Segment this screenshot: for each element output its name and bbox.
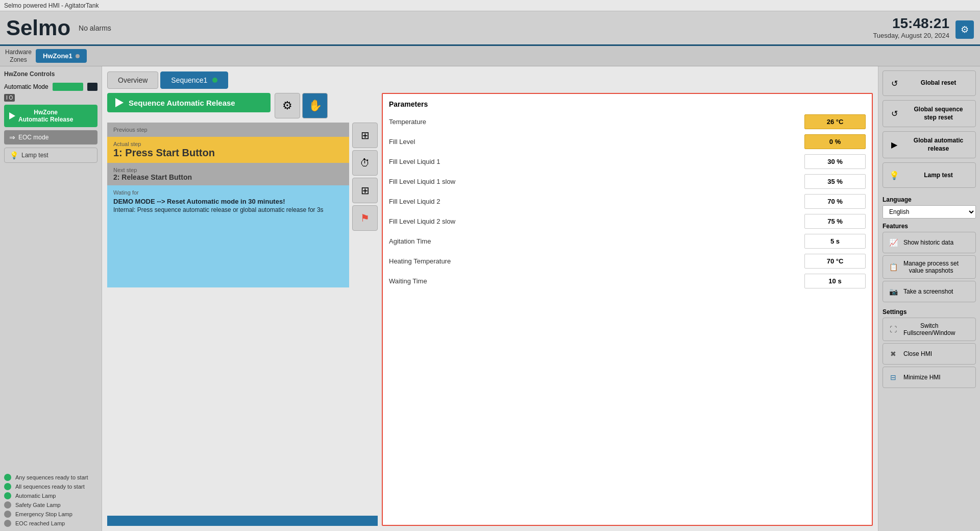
param-row: Heating Temperature70 °C: [389, 254, 866, 269]
tab-sequence1[interactable]: Sequence1: [160, 71, 228, 89]
parameters-title: Parameters: [389, 100, 866, 108]
params-list: Temperature26 °CFill Level0 %Fill Level …: [389, 114, 866, 288]
status-auto-lamp: Automatic Lamp: [4, 492, 97, 499]
param-row: Temperature26 °C: [389, 114, 866, 129]
status-dot-eoc-reached: [4, 520, 11, 527]
features-label: Features: [883, 223, 976, 230]
param-value[interactable]: 75 %: [804, 214, 866, 229]
status-emergency-stop: Emergency Stop Lamp: [4, 511, 97, 518]
settings-label: Settings: [883, 308, 976, 316]
param-row: Fill Level Liquid 1 slow35 %: [389, 174, 866, 189]
sequence-area: Sequence Automatic Release ⚙ ✋ Previous …: [107, 93, 873, 526]
show-historic-button[interactable]: 📈 Show historic data: [883, 232, 976, 253]
status-safety-gate: Safety Gate Lamp: [4, 501, 97, 509]
settings-section: Settings ⛶ Switch Fullscreen/Window ✖ Cl…: [883, 308, 976, 390]
param-label: Waiting Time: [389, 277, 804, 285]
status-all-sequences: All sequences ready to start: [4, 483, 97, 490]
io-icon-row: I O: [4, 94, 97, 102]
display-icon-btn[interactable]: ⊞: [352, 123, 378, 148]
language-select[interactable]: English German French: [883, 205, 976, 219]
hwzone-bar: Hardware Zones HwZone1: [0, 46, 980, 66]
status-dot-emergency-stop: [4, 511, 11, 518]
global-auto-release-button[interactable]: ▶ Global automatic release: [883, 131, 976, 158]
time-display: 15:48:21: [873, 15, 949, 32]
logo: Selmo: [6, 16, 70, 40]
side-icon-buttons: ⊞ ⏱ ⊞ ⚑: [352, 123, 378, 287]
close-icon: ✖: [887, 348, 899, 360]
param-label: Temperature: [389, 118, 804, 126]
lamp-test-button[interactable]: 💡 Lamp test: [4, 148, 97, 163]
language-section: Language English German French: [883, 196, 976, 219]
status-label-emergency-stop: Emergency Stop Lamp: [15, 511, 72, 517]
global-seq-step-reset-button[interactable]: ↺ Global sequence step reset: [883, 100, 976, 127]
switch-fullscreen-button[interactable]: ⛶ Switch Fullscreen/Window: [883, 318, 976, 341]
param-value[interactable]: 5 s: [804, 234, 866, 249]
previous-step-row: Previous step: [107, 123, 349, 137]
sequence-panel: Sequence Automatic Release ⚙ ✋ Previous …: [107, 93, 378, 526]
param-label: Fill Level Liquid 2: [389, 198, 804, 205]
grid-icon-btn[interactable]: ⊞: [352, 178, 378, 203]
param-value[interactable]: 30 %: [804, 154, 866, 169]
arrow-icon: ⇒: [9, 133, 15, 141]
io-icon: I O: [4, 94, 15, 102]
no-alarms-label: No alarms: [79, 24, 111, 32]
auto-mode-label: Automatic Mode: [4, 83, 48, 90]
bulb-icon: 💡: [10, 151, 18, 159]
param-row: Fill Level Liquid 130 %: [389, 154, 866, 169]
hwzone-dot: [76, 54, 80, 58]
param-value[interactable]: 0 %: [804, 134, 866, 149]
minimize-hmi-button[interactable]: ⊟ Minimize HMI: [883, 367, 976, 388]
status-label-auto-lamp: Automatic Lamp: [15, 493, 56, 499]
hwzone-controls-label: HwZone Controls: [4, 70, 97, 78]
actual-step-row: Actual step 1: Press Start Button: [107, 137, 349, 163]
param-value[interactable]: 26 °C: [804, 114, 866, 129]
param-value[interactable]: 35 %: [804, 174, 866, 189]
param-value[interactable]: 70 %: [804, 194, 866, 209]
auto-mode-green-bar: [53, 83, 83, 91]
right-lamp-test-button[interactable]: 💡 Lamp test: [883, 162, 976, 188]
left-sidebar: HwZone Controls Automatic Mode I O HwZon…: [0, 66, 102, 531]
steps-with-icons: Previous step Actual step 1: Press Start…: [107, 123, 378, 287]
clock-icon-btn[interactable]: ⏱: [352, 150, 378, 176]
sequence-auto-release-button[interactable]: Sequence Automatic Release: [107, 93, 271, 112]
status-label-any-sequences: Any sequences ready to start: [15, 474, 88, 480]
hwzone-auto-release-button[interactable]: HwZone Automatic Release: [4, 105, 97, 127]
titlebar: Selmo powered HMI - AgitatorTank: [0, 0, 980, 11]
screenshot-icon: 📷: [887, 285, 899, 298]
titlebar-text: Selmo powered HMI - AgitatorTank: [4, 2, 99, 9]
status-label-all-sequences: All sequences ready to start: [15, 484, 85, 490]
close-hmi-button[interactable]: ✖ Close HMI: [883, 343, 976, 365]
header: Selmo No alarms 15:48:21 Tuesday, August…: [0, 11, 980, 46]
status-any-sequences: Any sequences ready to start: [4, 474, 97, 481]
right-sidebar: ↺ Global reset ↺ Global sequence step re…: [878, 66, 980, 531]
status-eoc-reached: EOC reached Lamp: [4, 520, 97, 527]
param-value[interactable]: 10 s: [804, 274, 866, 288]
main-layout: HwZone Controls Automatic Mode I O HwZon…: [0, 66, 980, 531]
seq-top-row: Sequence Automatic Release ⚙ ✋: [107, 93, 378, 118]
tab-overview[interactable]: Overview: [107, 71, 158, 89]
hand-icon-btn[interactable]: ✋: [302, 93, 328, 118]
settings-icon[interactable]: ⚙: [955, 20, 974, 39]
center-content: Overview Sequence1 Sequence Automatic Re…: [102, 66, 878, 531]
param-label: Fill Level: [389, 138, 804, 146]
global-reset-button[interactable]: ↺ Global reset: [883, 70, 976, 96]
tab-bar: Overview Sequence1: [107, 71, 873, 89]
status-dot-safety-gate: [4, 501, 11, 509]
minimize-icon: ⊟: [887, 371, 899, 383]
parameters-panel: Parameters Temperature26 °CFill Level0 %…: [382, 93, 873, 526]
auto-mode-row: Automatic Mode: [4, 83, 97, 91]
chart-icon: 📈: [887, 236, 899, 249]
param-label: Fill Level Liquid 1 slow: [389, 178, 804, 185]
param-value[interactable]: 70 °C: [804, 254, 866, 269]
param-row: Waiting Time10 s: [389, 274, 866, 288]
sequence1-dot: [212, 78, 217, 83]
manage-snapshots-button[interactable]: 📋 Manage process set value snapshots: [883, 255, 976, 279]
eoc-mode-button[interactable]: ⇒ EOC mode: [4, 130, 97, 144]
flag-icon-btn[interactable]: ⚑: [352, 205, 378, 231]
take-screenshot-button[interactable]: 📷 Take a screenshot: [883, 281, 976, 302]
param-label: Agitation Time: [389, 237, 804, 245]
seq-reset-icon: ↺: [887, 107, 901, 121]
seq-top-icons: ⚙ ✋: [275, 93, 328, 118]
gear-config-icon-btn[interactable]: ⚙: [275, 93, 300, 118]
hwzone1-tab[interactable]: HwZone1: [36, 49, 87, 63]
